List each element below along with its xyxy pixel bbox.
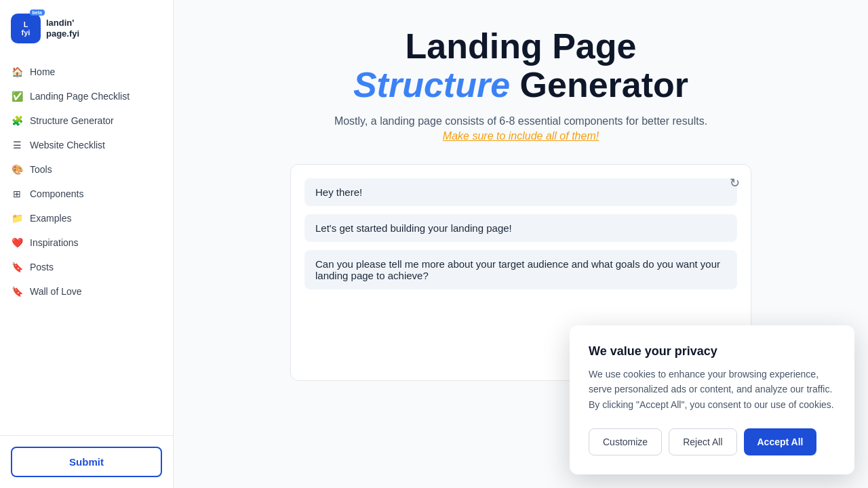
inspirations-icon: ❤️ <box>11 237 23 249</box>
wall-of-love-label: Wall of Love <box>30 286 82 297</box>
inspirations-label: Inspirations <box>30 237 79 248</box>
landing-page-checklist-label: Landing Page Checklist <box>30 91 130 102</box>
chat-bubble-wrapper: Can you please tell me more about your t… <box>304 250 737 289</box>
chat-bubble: Hey there! <box>304 178 737 206</box>
sidebar-footer: Submit <box>0 435 173 488</box>
wall-of-love-icon: 🔖 <box>11 285 23 298</box>
tools-label: Tools <box>30 164 52 175</box>
tools-icon: 🎨 <box>11 163 23 176</box>
sidebar-item-wall-of-love[interactable]: 🔖Wall of Love <box>0 279 173 304</box>
heading-rest: Generator <box>510 65 688 104</box>
nav-menu: 🏠Home✅Landing Page Checklist🧩Structure G… <box>0 54 173 435</box>
cookie-title: We value your privacy <box>589 344 835 359</box>
heading-line1: Landing Page <box>353 27 688 66</box>
sidebar-item-tools[interactable]: 🎨Tools <box>0 157 173 182</box>
chat-bubble-wrapper: Let's get started building your landing … <box>304 214 737 242</box>
beta-badge: beta <box>30 9 45 16</box>
chat-bubble-wrapper: Hey there! <box>304 178 737 206</box>
refresh-button[interactable]: ↻ <box>730 176 740 190</box>
sidebar-item-inspirations[interactable]: ❤️Inspirations <box>0 230 173 255</box>
components-icon: ⊞ <box>11 188 23 200</box>
structure-generator-icon: 🧩 <box>11 115 23 127</box>
customize-button[interactable]: Customize <box>589 428 662 455</box>
sidebar-item-home[interactable]: 🏠Home <box>0 60 173 84</box>
reject-all-button[interactable]: Reject All <box>669 428 736 455</box>
home-icon: 🏠 <box>11 66 23 78</box>
sidebar-item-examples[interactable]: 📁Examples <box>0 206 173 230</box>
components-label: Components <box>30 188 83 199</box>
sidebar-item-structure-generator[interactable]: 🧩Structure Generator <box>0 108 173 133</box>
cookie-text: We use cookies to enhance your browsing … <box>589 367 835 412</box>
logo-icon: Lfyi beta <box>11 14 41 43</box>
sidebar-item-landing-page-checklist[interactable]: ✅Landing Page Checklist <box>0 84 173 108</box>
sidebar-item-website-checklist[interactable]: ☰Website Checklist <box>0 133 173 157</box>
accept-all-button[interactable]: Accept All <box>744 428 817 455</box>
landing-page-checklist-icon: ✅ <box>11 90 23 102</box>
posts-icon: 🔖 <box>11 261 23 273</box>
posts-label: Posts <box>30 262 54 272</box>
sidebar: Lfyi beta landin' page.fyi 🏠Home✅Landing… <box>0 0 174 488</box>
sidebar-item-posts[interactable]: 🔖Posts <box>0 255 173 279</box>
logo: Lfyi beta landin' page.fyi <box>0 0 173 54</box>
examples-label: Examples <box>30 213 71 224</box>
cookie-banner: We value your privacy We use cookies to … <box>570 325 854 474</box>
cookie-buttons: Customize Reject All Accept All <box>589 428 835 455</box>
website-checklist-icon: ☰ <box>11 139 23 151</box>
submit-button[interactable]: Submit <box>11 447 162 477</box>
logo-text: landin' page.fyi <box>46 18 79 39</box>
subtext-italic: Make sure to include all of them! <box>443 130 599 142</box>
home-label: Home <box>30 66 55 77</box>
logo-icon-text: Lfyi <box>22 20 31 37</box>
chat-bubble: Let's get started building your landing … <box>304 214 737 242</box>
heading-line2: Structure Generator <box>353 66 688 104</box>
sidebar-item-components[interactable]: ⊞Components <box>0 182 173 206</box>
subtext: Mostly, a landing page consists of 6-8 e… <box>334 115 707 127</box>
chat-bubble: Can you please tell me more about your t… <box>304 250 737 289</box>
page-heading: Landing Page Structure Generator <box>353 27 688 104</box>
examples-icon: 📁 <box>11 212 23 224</box>
heading-accent: Structure <box>353 65 510 104</box>
website-checklist-label: Website Checklist <box>30 140 105 150</box>
structure-generator-label: Structure Generator <box>30 115 114 126</box>
